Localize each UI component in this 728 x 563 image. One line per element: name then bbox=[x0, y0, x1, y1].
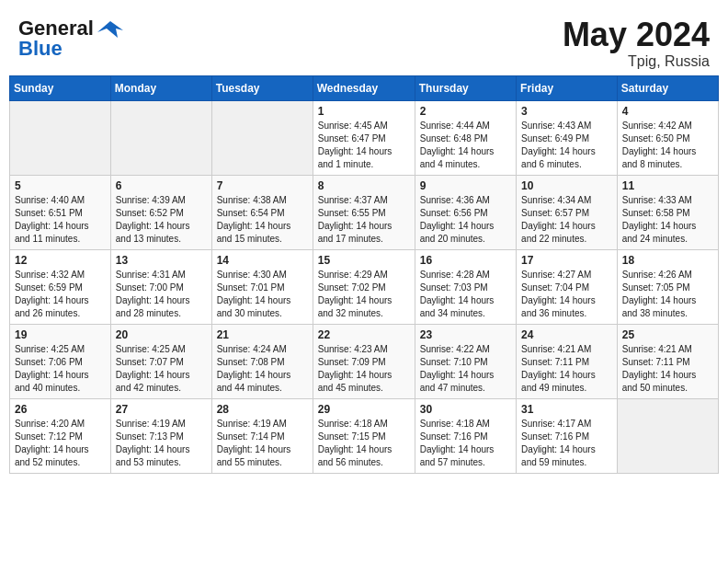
day-number: 13 bbox=[116, 254, 207, 267]
weekday-header-row: SundayMondayTuesdayWednesdayThursdayFrid… bbox=[10, 75, 719, 100]
day-number: 17 bbox=[521, 254, 612, 267]
day-number: 26 bbox=[15, 403, 106, 416]
calendar-cell: 10Sunrise: 4:34 AMSunset: 6:57 PMDayligh… bbox=[517, 175, 618, 249]
calendar-cell: 27Sunrise: 4:19 AMSunset: 7:13 PMDayligh… bbox=[110, 398, 211, 473]
day-number: 25 bbox=[622, 328, 713, 341]
day-info: Sunrise: 4:21 AMSunset: 7:11 PMDaylight:… bbox=[622, 343, 713, 395]
day-info: Sunrise: 4:20 AMSunset: 7:12 PMDaylight:… bbox=[15, 418, 106, 469]
weekday-header: Wednesday bbox=[313, 75, 415, 100]
calendar-week-row: 12Sunrise: 4:32 AMSunset: 6:59 PMDayligh… bbox=[10, 249, 719, 324]
day-info: Sunrise: 4:37 AMSunset: 6:55 PMDaylight:… bbox=[318, 194, 410, 246]
weekday-header: Thursday bbox=[415, 75, 516, 100]
calendar-cell: 24Sunrise: 4:21 AMSunset: 7:11 PMDayligh… bbox=[517, 324, 618, 398]
weekday-header: Sunday bbox=[10, 75, 111, 100]
calendar-cell: 4Sunrise: 4:42 AMSunset: 6:50 PMDaylight… bbox=[617, 100, 718, 175]
day-info: Sunrise: 4:44 AMSunset: 6:48 PMDaylight:… bbox=[420, 120, 511, 171]
logo-blue-text: Blue bbox=[18, 37, 63, 61]
calendar-cell: 25Sunrise: 4:21 AMSunset: 7:11 PMDayligh… bbox=[617, 324, 718, 398]
day-info: Sunrise: 4:34 AMSunset: 6:57 PMDaylight:… bbox=[521, 194, 612, 246]
page-header: General Blue May 2024 Tpig, Russia bbox=[9, 9, 719, 75]
day-number: 9 bbox=[420, 179, 511, 192]
day-info: Sunrise: 4:24 AMSunset: 7:08 PMDaylight:… bbox=[217, 343, 308, 395]
day-number: 8 bbox=[318, 179, 410, 192]
day-number: 20 bbox=[116, 328, 207, 341]
day-number: 10 bbox=[521, 179, 612, 192]
calendar-cell: 23Sunrise: 4:22 AMSunset: 7:10 PMDayligh… bbox=[415, 324, 516, 398]
day-info: Sunrise: 4:27 AMSunset: 7:04 PMDaylight:… bbox=[521, 269, 612, 320]
day-info: Sunrise: 4:26 AMSunset: 7:05 PMDaylight:… bbox=[622, 269, 713, 320]
calendar-cell: 31Sunrise: 4:17 AMSunset: 7:16 PMDayligh… bbox=[517, 398, 618, 473]
day-info: Sunrise: 4:28 AMSunset: 7:03 PMDaylight:… bbox=[420, 269, 511, 320]
month-title-block: May 2024 Tpig, Russia bbox=[563, 17, 710, 70]
calendar-cell: 16Sunrise: 4:28 AMSunset: 7:03 PMDayligh… bbox=[415, 249, 516, 324]
day-number: 19 bbox=[15, 328, 106, 341]
calendar-cell: 11Sunrise: 4:33 AMSunset: 6:58 PMDayligh… bbox=[617, 175, 718, 249]
day-info: Sunrise: 4:40 AMSunset: 6:51 PMDaylight:… bbox=[15, 194, 106, 246]
calendar-cell: 15Sunrise: 4:29 AMSunset: 7:02 PMDayligh… bbox=[313, 249, 415, 324]
day-info: Sunrise: 4:38 AMSunset: 6:54 PMDaylight:… bbox=[217, 194, 308, 246]
day-number: 27 bbox=[116, 403, 207, 416]
calendar-cell: 26Sunrise: 4:20 AMSunset: 7:12 PMDayligh… bbox=[10, 398, 111, 473]
day-number: 22 bbox=[318, 328, 410, 341]
calendar-cell: 21Sunrise: 4:24 AMSunset: 7:08 PMDayligh… bbox=[211, 324, 313, 398]
calendar-cell: 8Sunrise: 4:37 AMSunset: 6:55 PMDaylight… bbox=[313, 175, 415, 249]
calendar-cell: 9Sunrise: 4:36 AMSunset: 6:56 PMDaylight… bbox=[415, 175, 516, 249]
month-year: May 2024 bbox=[563, 17, 710, 53]
weekday-header: Friday bbox=[517, 75, 618, 100]
day-info: Sunrise: 4:19 AMSunset: 7:14 PMDaylight:… bbox=[217, 418, 308, 469]
day-info: Sunrise: 4:21 AMSunset: 7:11 PMDaylight:… bbox=[521, 343, 612, 395]
calendar-cell bbox=[10, 100, 111, 175]
day-number: 18 bbox=[622, 254, 713, 267]
day-info: Sunrise: 4:42 AMSunset: 6:50 PMDaylight:… bbox=[622, 120, 713, 171]
calendar-cell: 12Sunrise: 4:32 AMSunset: 6:59 PMDayligh… bbox=[10, 249, 111, 324]
calendar-cell: 5Sunrise: 4:40 AMSunset: 6:51 PMDaylight… bbox=[10, 175, 111, 249]
calendar-cell: 29Sunrise: 4:18 AMSunset: 7:15 PMDayligh… bbox=[313, 398, 415, 473]
day-number: 16 bbox=[420, 254, 511, 267]
calendar-cell: 18Sunrise: 4:26 AMSunset: 7:05 PMDayligh… bbox=[617, 249, 718, 324]
calendar-week-row: 5Sunrise: 4:40 AMSunset: 6:51 PMDaylight… bbox=[10, 175, 719, 249]
calendar-cell: 22Sunrise: 4:23 AMSunset: 7:09 PMDayligh… bbox=[313, 324, 415, 398]
day-info: Sunrise: 4:25 AMSunset: 7:06 PMDaylight:… bbox=[15, 343, 106, 395]
day-info: Sunrise: 4:32 AMSunset: 6:59 PMDaylight:… bbox=[15, 269, 106, 320]
day-info: Sunrise: 4:22 AMSunset: 7:10 PMDaylight:… bbox=[420, 343, 511, 395]
calendar-cell: 30Sunrise: 4:18 AMSunset: 7:16 PMDayligh… bbox=[415, 398, 516, 473]
day-number: 2 bbox=[420, 105, 511, 118]
day-number: 24 bbox=[521, 328, 612, 341]
logo: General Blue bbox=[18, 17, 123, 61]
day-number: 6 bbox=[116, 179, 207, 192]
day-info: Sunrise: 4:25 AMSunset: 7:07 PMDaylight:… bbox=[116, 343, 207, 395]
day-info: Sunrise: 4:17 AMSunset: 7:16 PMDaylight:… bbox=[521, 418, 612, 469]
calendar-cell: 28Sunrise: 4:19 AMSunset: 7:14 PMDayligh… bbox=[211, 398, 313, 473]
day-number: 21 bbox=[217, 328, 308, 341]
day-number: 29 bbox=[318, 403, 410, 416]
svg-marker-0 bbox=[97, 21, 123, 38]
day-number: 14 bbox=[217, 254, 308, 267]
day-info: Sunrise: 4:39 AMSunset: 6:52 PMDaylight:… bbox=[116, 194, 207, 246]
calendar-cell: 1Sunrise: 4:45 AMSunset: 6:47 PMDaylight… bbox=[313, 100, 415, 175]
calendar-week-row: 1Sunrise: 4:45 AMSunset: 6:47 PMDaylight… bbox=[10, 100, 719, 175]
day-info: Sunrise: 4:33 AMSunset: 6:58 PMDaylight:… bbox=[622, 194, 713, 246]
day-info: Sunrise: 4:23 AMSunset: 7:09 PMDaylight:… bbox=[318, 343, 410, 395]
day-number: 23 bbox=[420, 328, 511, 341]
calendar-cell bbox=[110, 100, 211, 175]
calendar-cell: 3Sunrise: 4:43 AMSunset: 6:49 PMDaylight… bbox=[517, 100, 618, 175]
day-info: Sunrise: 4:31 AMSunset: 7:00 PMDaylight:… bbox=[116, 269, 207, 320]
calendar-week-row: 26Sunrise: 4:20 AMSunset: 7:12 PMDayligh… bbox=[10, 398, 719, 473]
calendar-cell: 13Sunrise: 4:31 AMSunset: 7:00 PMDayligh… bbox=[110, 249, 211, 324]
logo-bird-icon bbox=[97, 19, 123, 38]
day-info: Sunrise: 4:18 AMSunset: 7:15 PMDaylight:… bbox=[318, 418, 410, 469]
calendar-cell: 14Sunrise: 4:30 AMSunset: 7:01 PMDayligh… bbox=[211, 249, 313, 324]
day-number: 4 bbox=[622, 105, 713, 118]
day-number: 30 bbox=[420, 403, 511, 416]
calendar-cell bbox=[617, 398, 718, 473]
calendar-cell: 7Sunrise: 4:38 AMSunset: 6:54 PMDaylight… bbox=[211, 175, 313, 249]
day-info: Sunrise: 4:18 AMSunset: 7:16 PMDaylight:… bbox=[420, 418, 511, 469]
day-number: 7 bbox=[217, 179, 308, 192]
day-number: 12 bbox=[15, 254, 106, 267]
weekday-header: Tuesday bbox=[211, 75, 313, 100]
weekday-header: Saturday bbox=[617, 75, 718, 100]
day-number: 31 bbox=[521, 403, 612, 416]
weekday-header: Monday bbox=[110, 75, 211, 100]
day-number: 3 bbox=[521, 105, 612, 118]
calendar-cell bbox=[211, 100, 313, 175]
